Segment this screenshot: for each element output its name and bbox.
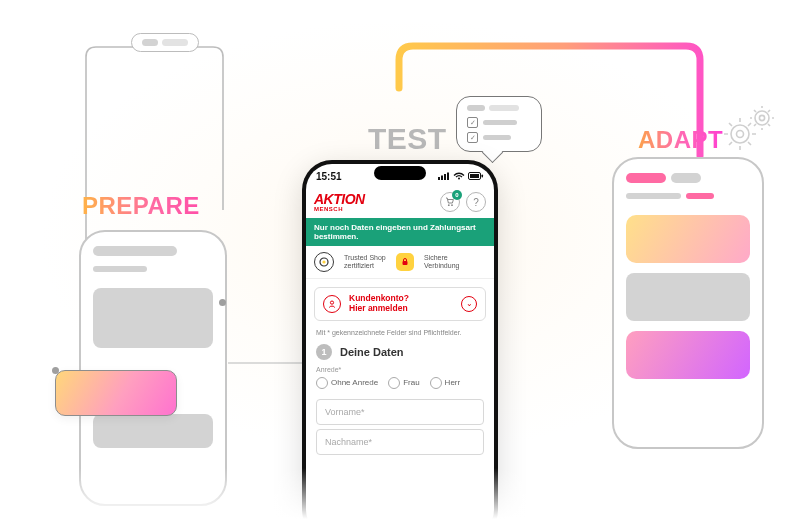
stage-adapt-label: ADAPT: [638, 126, 723, 154]
anrede-label: Anrede*: [306, 364, 494, 373]
nachname-placeholder: Nachname*: [325, 437, 372, 447]
wifi-icon: [453, 172, 465, 180]
svg-point-13: [451, 204, 453, 206]
required-fields-note: Mit * gekennzeichnete Felder sind Pflich…: [306, 329, 494, 336]
svg-point-15: [322, 260, 325, 263]
trust-badges-row: Trusted Shop zertifiziert Sichere Verbin…: [306, 246, 494, 279]
stage-prepare-label: PREPARE: [82, 192, 200, 220]
svg-point-8: [458, 178, 460, 180]
svg-rect-16: [403, 261, 408, 265]
step-badge: 1: [316, 344, 332, 360]
connector-dot: [219, 299, 226, 306]
cart-button[interactable]: 0: [440, 192, 460, 212]
svg-point-12: [448, 204, 450, 206]
svg-rect-7: [447, 173, 449, 181]
svg-point-17: [330, 301, 333, 304]
adapt-wireframe-phone: [612, 157, 764, 449]
dynamic-island: [374, 166, 426, 180]
anrede-radio-group: Ohne Anrede Frau Herr: [306, 373, 494, 395]
status-icons: [438, 172, 484, 180]
connector-dot: [52, 367, 59, 374]
trusted-shops-icon: [314, 252, 334, 272]
battery-icon: [468, 172, 484, 180]
svg-rect-5: [441, 176, 443, 181]
section-header: 1 Deine Daten: [306, 336, 494, 364]
user-icon: [323, 295, 341, 313]
stage-test-label: TEST: [368, 122, 447, 156]
login-prompt[interactable]: Kundenkonto? Hier anmelden ⌄: [314, 287, 486, 321]
secure-connection-text: Sichere Verbindung: [424, 254, 466, 269]
pill-chip: [131, 33, 199, 52]
gears-icon: [720, 104, 778, 154]
aktion-mensch-logo: AKTION MENSCH: [314, 192, 365, 212]
radio-herr[interactable]: Herr: [430, 377, 461, 389]
prepare-wireframe-phone: [79, 230, 227, 506]
cart-badge: 0: [452, 190, 462, 200]
status-time: 15:51: [316, 171, 342, 182]
app-header: AKTION MENSCH 0 ?: [306, 188, 494, 218]
svg-rect-6: [444, 174, 446, 180]
speech-bubble: ✓ ✓: [456, 96, 542, 152]
radio-frau[interactable]: Frau: [388, 377, 419, 389]
svg-point-1: [737, 131, 744, 138]
help-icon: ?: [473, 197, 479, 208]
chevron-down-icon: ⌄: [461, 296, 477, 312]
svg-rect-10: [470, 174, 479, 178]
svg-point-3: [759, 115, 764, 120]
prepare-gradient-card: [55, 370, 177, 416]
svg-point-0: [731, 125, 749, 143]
section-title: Deine Daten: [340, 346, 404, 358]
trusted-shops-text: Trusted Shop zertifiziert: [344, 254, 386, 269]
signal-icon: [438, 172, 450, 180]
login-line2: Hier anmelden: [349, 303, 408, 313]
vorname-placeholder: Vorname*: [325, 407, 365, 417]
login-line1: Kundenkonto?: [349, 293, 409, 303]
center-phone-mockup: 15:51 AKTION MENSCH 0 ? Nur: [302, 160, 498, 528]
lock-icon: [396, 253, 414, 271]
radio-ohne-anrede[interactable]: Ohne Anrede: [316, 377, 378, 389]
vorname-field[interactable]: Vorname*: [316, 399, 484, 425]
svg-rect-11: [482, 175, 484, 178]
nachname-field[interactable]: Nachname*: [316, 429, 484, 455]
svg-rect-4: [438, 177, 440, 180]
svg-point-2: [755, 111, 769, 125]
help-button[interactable]: ?: [466, 192, 486, 212]
progress-banner: Nur noch Daten eingeben und Zahlungsart …: [306, 218, 494, 246]
